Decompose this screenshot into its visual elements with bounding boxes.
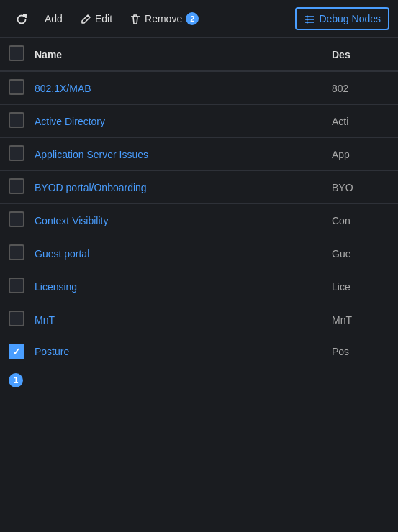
row-desc: Gue [332, 248, 389, 260]
row-checkbox-col[interactable] [9, 244, 35, 262]
add-button[interactable]: Add [37, 9, 70, 28]
selected-count-badge: 1 [9, 373, 23, 387]
row-desc: Con [332, 215, 389, 226]
row-desc: Pos [332, 346, 389, 357]
table-body: 802.1X/MAB802Active DirectoryActiApplica… [0, 72, 398, 367]
row-checkbox-col[interactable] [9, 344, 35, 359]
row-checkbox-col[interactable] [9, 145, 35, 163]
row-checkbox[interactable] [9, 178, 24, 194]
row-desc: MnT [332, 314, 389, 326]
row-desc: App [332, 149, 389, 160]
footer-selected: 1 [0, 367, 398, 393]
svg-point-4 [307, 19, 309, 21]
row-checkbox[interactable] [9, 145, 24, 161]
remove-count-badge: 2 [186, 12, 199, 25]
row-checkbox-col[interactable] [9, 278, 35, 295]
toolbar: Add Edit Remove 2 [0, 0, 398, 38]
edit-label: Edit [95, 13, 112, 24]
row-desc: 802 [332, 83, 389, 94]
row-name: Context Visibility [35, 215, 332, 226]
row-checkbox[interactable] [9, 79, 24, 95]
row-name: 802.1X/MAB [35, 83, 332, 94]
row-name: Licensing [35, 281, 332, 293]
row-checkbox-col[interactable] [9, 211, 35, 229]
debug-nodes-label: Debug Nodes [319, 13, 381, 24]
table-row[interactable]: BYOD portal/OnboardingBYO [0, 171, 398, 204]
refresh-button[interactable] [9, 9, 35, 29]
remove-icon [130, 12, 141, 25]
debug-nodes-icon [304, 12, 315, 25]
row-checkbox[interactable] [9, 211, 24, 227]
row-desc: BYO [332, 182, 389, 193]
svg-point-3 [307, 16, 309, 18]
edit-icon [80, 12, 91, 25]
debug-nodes-button[interactable]: Debug Nodes [295, 7, 389, 30]
row-checkbox[interactable] [9, 112, 24, 128]
remove-label: Remove [145, 13, 182, 24]
table-row[interactable]: Active DirectoryActi [0, 105, 398, 138]
row-checkbox[interactable] [9, 311, 24, 326]
col-header-desc: Des [332, 49, 389, 60]
row-name: BYOD portal/Onboarding [35, 182, 332, 193]
table-row[interactable]: 802.1X/MAB802 [0, 72, 398, 105]
row-checkbox-col[interactable] [9, 112, 35, 130]
row-name: Application Server Issues [35, 149, 332, 160]
table-row[interactable]: PosturePos [0, 336, 398, 367]
table-row[interactable]: Context VisibilityCon [0, 204, 398, 237]
header-checkbox-col[interactable] [9, 45, 35, 63]
select-all-checkbox[interactable] [9, 45, 24, 61]
row-name: Posture [35, 346, 332, 357]
row-checkbox[interactable] [9, 278, 24, 293]
row-checkbox-col[interactable] [9, 79, 35, 97]
row-name: Guest portal [35, 248, 332, 260]
edit-button[interactable]: Edit [73, 9, 119, 29]
add-label: Add [45, 13, 63, 24]
row-checkbox[interactable] [9, 244, 24, 260]
row-checkbox[interactable] [9, 344, 24, 359]
row-desc: Acti [332, 116, 389, 127]
row-name: MnT [35, 314, 332, 326]
remove-button[interactable]: Remove 2 [122, 9, 206, 29]
row-desc: Lice [332, 281, 389, 293]
refresh-icon [16, 12, 27, 25]
svg-point-5 [307, 22, 309, 24]
row-checkbox-col[interactable] [9, 311, 35, 329]
table-row[interactable]: LicensingLice [0, 270, 398, 303]
row-checkbox-col[interactable] [9, 178, 35, 196]
row-name: Active Directory [35, 116, 332, 127]
table-row[interactable]: Guest portalGue [0, 237, 398, 270]
col-header-name: Name [35, 49, 332, 60]
table-row[interactable]: Application Server IssuesApp [0, 138, 398, 171]
table-row[interactable]: MnTMnT [0, 303, 398, 336]
table-header: Name Des [0, 38, 398, 72]
